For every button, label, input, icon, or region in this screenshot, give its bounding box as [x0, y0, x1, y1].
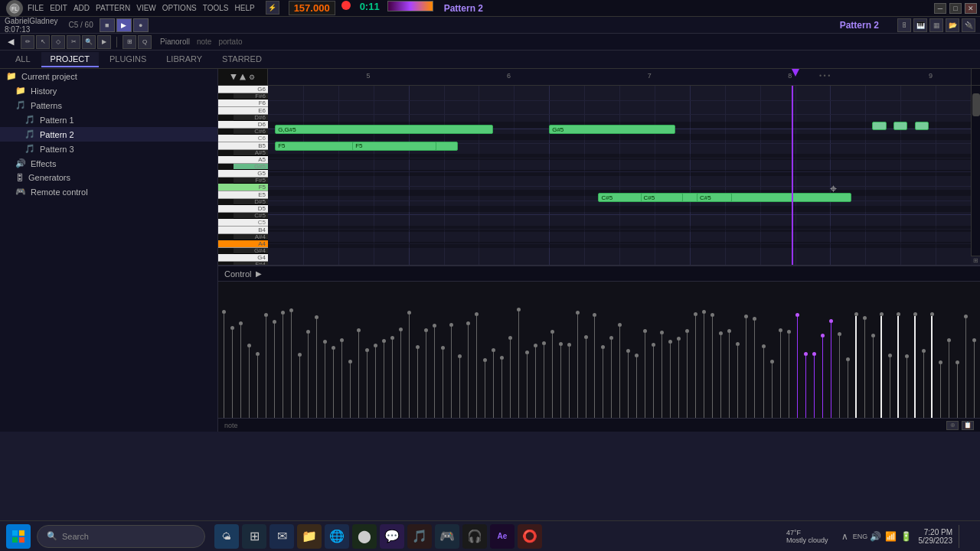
- taskbar-folder[interactable]: 📁: [297, 524, 322, 549]
- key-f6[interactable]: F6: [218, 99, 268, 107]
- key-c5[interactable]: C5: [218, 219, 268, 227]
- zoom-tool[interactable]: 🔍: [82, 35, 96, 49]
- ctrl-bar-62[interactable]: [743, 282, 750, 418]
- tab-starred[interactable]: STARRED: [213, 52, 271, 67]
- ctrl-bar-15[interactable]: [346, 282, 354, 418]
- ctrl-bar-24[interactable]: [422, 282, 430, 418]
- cpu-meter-icon[interactable]: ⚡: [266, 1, 279, 15]
- menu-file[interactable]: FILE: [28, 4, 44, 12]
- note-f5-2[interactable]: F5: [352, 142, 436, 151]
- key-gs5[interactable]: G#5: [234, 164, 269, 170]
- tab-plugins[interactable]: PLUGINS: [100, 52, 155, 67]
- ctrl-bar-42[interactable]: [574, 282, 582, 418]
- ctrl-bar-39[interactable]: [549, 282, 557, 418]
- clock[interactable]: 7:20 PM 5/29/2023: [919, 528, 953, 545]
- show-desktop[interactable]: [959, 525, 974, 548]
- ctrl-bar-35[interactable]: [515, 282, 523, 418]
- ctrl-bar-38[interactable]: [541, 282, 548, 418]
- sidebar-item-effects[interactable]: 🔊 Effects: [0, 156, 217, 171]
- speaker-icon[interactable]: 🔊: [870, 530, 882, 543]
- ctrl-bar-82[interactable]: [911, 282, 919, 418]
- ctrl-bar-25[interactable]: [430, 282, 438, 418]
- sidebar-current-project[interactable]: 📁 Current project: [0, 69, 217, 83]
- ctrl-bar-5[interactable]: [262, 282, 270, 418]
- ctrl-bar-60[interactable]: [726, 282, 733, 418]
- key-cs5[interactable]: C#5: [234, 213, 269, 219]
- ctrl-bar-10[interactable]: [304, 282, 312, 418]
- battery-icon[interactable]: 🔋: [900, 530, 913, 543]
- menu-options[interactable]: OPTIONS: [162, 4, 197, 12]
- ctrl-bar-88[interactable]: [962, 282, 969, 418]
- ctrl-bar-37[interactable]: [532, 282, 540, 418]
- ctrl-bar-57[interactable]: [701, 282, 708, 418]
- ctrl-bar-34[interactable]: [507, 282, 514, 418]
- note-gs5-1[interactable]: G,G#5: [275, 125, 493, 134]
- sidebar-item-history[interactable]: 📁 History: [0, 83, 217, 98]
- ctrl-bar-4[interactable]: [253, 282, 261, 418]
- ctrl-bar-77[interactable]: [869, 282, 877, 418]
- control-arrow[interactable]: ▶: [256, 269, 262, 278]
- ctrl-bar-47[interactable]: [616, 282, 624, 418]
- note-cs5-3[interactable]: C#5: [697, 193, 732, 202]
- piano-icon[interactable]: 🎹: [913, 18, 927, 32]
- right-scrollbar[interactable]: ⊞: [971, 86, 980, 265]
- ctrl-bar-61[interactable]: [734, 282, 742, 418]
- note-gs5-2[interactable]: G#5: [549, 125, 675, 134]
- bpm-display[interactable]: 157.000: [289, 1, 335, 15]
- ctrl-bar-52[interactable]: [658, 282, 666, 418]
- menu-add[interactable]: ADD: [74, 4, 90, 12]
- ctrl-bar-29[interactable]: [464, 282, 472, 418]
- taskbar-discord[interactable]: 💬: [380, 524, 404, 549]
- taskbar-headset[interactable]: 🎧: [462, 524, 487, 549]
- key-gs4[interactable]: G#4: [234, 248, 269, 254]
- ctrl-bar-23[interactable]: [413, 282, 421, 418]
- ctrl-bar-2[interactable]: [237, 282, 244, 418]
- ctrl-bar-54[interactable]: [675, 282, 683, 418]
- ctrl-bar-56[interactable]: [692, 282, 700, 418]
- cut-tool[interactable]: ✂: [67, 35, 80, 49]
- expand-icon[interactable]: [240, 74, 246, 80]
- ctrl-bar-46[interactable]: [608, 282, 616, 418]
- ctrl-bar-8[interactable]: [287, 282, 295, 418]
- record-transport-button[interactable]: ●: [133, 18, 149, 32]
- menu-edit[interactable]: EDIT: [50, 4, 67, 12]
- ctrl-bar-1[interactable]: [228, 282, 236, 418]
- ctrl-bar-48[interactable]: [625, 282, 632, 418]
- taskbar-widget[interactable]: 🌤: [214, 524, 239, 549]
- taskbar-app2[interactable]: ⭕: [518, 524, 542, 549]
- ctrl-bar-40[interactable]: [557, 282, 565, 418]
- ctrl-bar-50[interactable]: [642, 282, 649, 418]
- taskbar-mail[interactable]: ✉: [270, 524, 294, 549]
- ctrl-bar-85[interactable]: [936, 282, 944, 418]
- ctrl-bar-63[interactable]: [751, 282, 759, 418]
- ctrl-bar-89[interactable]: [970, 282, 978, 418]
- note-grid[interactable]: G,G#5 G#5 F5 F5 C#5 C#5: [268, 86, 971, 265]
- sidebar-item-pattern3[interactable]: 🎵 Pattern 3: [0, 142, 217, 156]
- ctrl-bar-55[interactable]: [684, 282, 691, 418]
- key-db6[interactable]: C#6: [234, 129, 269, 135]
- ctrl-bar-66[interactable]: [776, 282, 784, 418]
- ctrl-bar-3[interactable]: [245, 282, 253, 418]
- ctrl-bar-9[interactable]: [296, 282, 303, 418]
- note-cs5-2[interactable]: C#5: [641, 193, 683, 202]
- plugin-icon[interactable]: 🔌: [962, 18, 975, 32]
- ctrl-bar-74[interactable]: [844, 282, 851, 418]
- ctrl-bar-11[interactable]: [312, 282, 320, 418]
- key-gb6[interactable]: F#6: [234, 93, 269, 99]
- ctrl-bar-81[interactable]: [903, 282, 910, 418]
- app-logo[interactable]: FL: [6, 0, 23, 17]
- mixer-icon[interactable]: 🎚: [897, 18, 911, 32]
- tab-project[interactable]: PROJECT: [41, 52, 99, 67]
- ctrl-bar-69[interactable]: [802, 282, 809, 418]
- browser-icon[interactable]: 📂: [946, 18, 959, 32]
- taskbar-chrome[interactable]: ⬤: [352, 524, 377, 549]
- ctrl-bar-70[interactable]: [810, 282, 818, 418]
- draw-tool[interactable]: ✏: [21, 35, 34, 49]
- note-small-2[interactable]: [893, 122, 907, 130]
- ctrl-bar-80[interactable]: [894, 282, 902, 418]
- ctrl-bar-84[interactable]: [928, 282, 936, 418]
- ctrl-bar-31[interactable]: [481, 282, 488, 418]
- play-tool[interactable]: ▶: [97, 35, 111, 49]
- sidebar-item-generators[interactable]: 🎛 Generators: [0, 171, 217, 184]
- ctrl-bar-14[interactable]: [338, 282, 345, 418]
